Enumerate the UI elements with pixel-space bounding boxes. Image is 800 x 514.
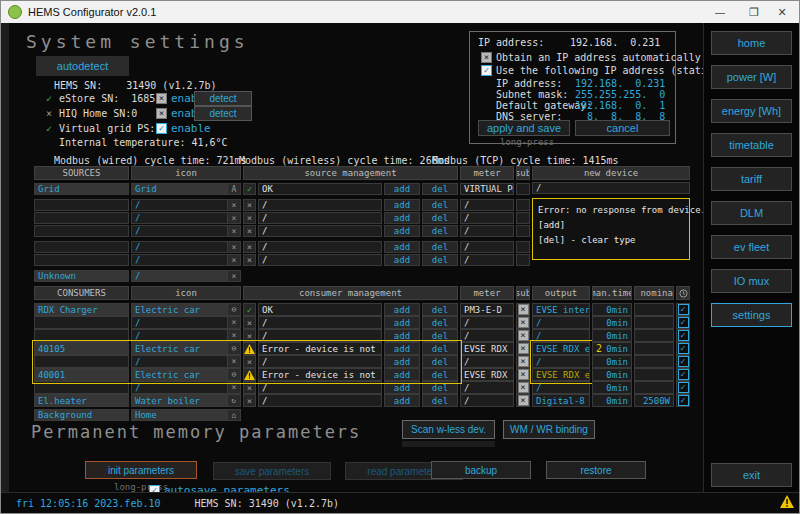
source-icon-field[interactable]: /× [131,270,241,282]
output-field[interactable]: Digital-8 [532,394,590,407]
add-button[interactable]: add [384,342,420,355]
add-button[interactable]: add [384,225,420,237]
init-parameters-button[interactable]: init parameters [85,461,197,479]
add-button[interactable]: add [384,394,420,407]
source-management-field[interactable]: OK [258,183,382,195]
consumer-name-field[interactable] [34,355,129,368]
source-name-field[interactable]: Unknown [34,270,129,282]
add-button[interactable]: add [384,183,420,195]
sidebar-item-tariff[interactable]: tariff [711,167,792,191]
pylon-icon[interactable]: A [227,184,240,194]
consumer-icon-field[interactable]: Home⌂ [131,409,241,421]
del-button[interactable]: del [422,316,458,329]
consumer-name-field[interactable]: RDX Charger [34,303,129,316]
p-nominal-field[interactable]: 2500W [634,394,674,407]
home-icon[interactable]: ⌂ [227,410,240,420]
del-button[interactable]: del [422,212,458,224]
sub-checkbox[interactable] [516,254,530,266]
minimize-button[interactable]: — [703,1,737,23]
sidebar-item-ev-fleet[interactable]: ev fleet [711,235,792,259]
add-button[interactable]: add [384,241,420,253]
x-icon[interactable]: × [227,200,240,210]
meter-field[interactable]: / [460,394,514,407]
consumer-management-field[interactable]: / [258,381,382,394]
x-icon[interactable]: × [227,317,240,328]
del-button[interactable]: del [422,183,458,195]
sub-checkbox[interactable] [516,199,530,211]
p-nominal-field[interactable] [634,381,674,394]
meter-field[interactable]: / [460,199,514,211]
man-time-field[interactable]: 0min [592,329,632,342]
enabled-checkbox[interactable]: ✓ [676,394,690,407]
x-icon[interactable]: × [227,213,240,223]
output-field[interactable]: EVSE inter. [532,303,590,316]
output-field[interactable]: / [532,316,590,329]
virtual-grid-enable-checkbox[interactable]: ✓ [156,123,167,134]
meter-field[interactable]: PM3-E-D [460,303,514,316]
del-button[interactable]: del [422,381,458,394]
estore-detect-button[interactable]: detect [194,91,252,106]
sidebar-item-energy[interactable]: energy [Wh] [711,99,792,123]
sub-checkbox[interactable]: × [516,394,530,407]
source-name-field[interactable] [34,254,129,266]
ev-icon[interactable]: ⊖ [227,369,240,380]
p-nominal-field[interactable] [634,329,674,342]
consumer-management-field[interactable]: / [258,355,382,368]
source-icon-field[interactable]: /× [131,241,241,253]
add-button[interactable]: add [384,254,420,266]
sub-checkbox[interactable] [516,241,530,253]
man-time-field[interactable]: 0min [592,355,632,368]
meter-field[interactable]: EVSE RDX ex [460,368,514,381]
close-button[interactable]: ✕ [765,1,799,23]
output-field[interactable]: / [532,381,590,394]
estore-enable-checkbox[interactable]: × [156,93,167,104]
output-field[interactable]: / [532,329,590,342]
consumer-icon-field[interactable]: Electric car⊖ [131,368,241,381]
enabled-checkbox[interactable]: ✓ [676,303,690,316]
save-parameters-button[interactable]: save parameters [213,462,331,480]
x-icon[interactable]: × [227,242,240,252]
add-button[interactable]: add [384,329,420,342]
source-icon-field[interactable]: /× [131,199,241,211]
consumer-management-field[interactable]: Error - device is not responding [258,342,382,355]
hiq-enable-checkbox[interactable]: × [156,108,167,119]
del-button[interactable]: del [422,329,458,342]
ip-address-value[interactable]: 192.168. 0.231 [575,78,665,89]
add-button[interactable]: add [384,368,420,381]
del-button[interactable]: del [422,355,458,368]
default-gateway-value[interactable]: 192.168. 0. 1 [575,100,665,111]
consumer-management-field[interactable]: OK [258,303,382,316]
meter-field[interactable]: / [460,316,514,329]
p-nominal-field[interactable] [634,355,674,368]
x-icon[interactable]: × [227,356,240,367]
add-button[interactable]: add [384,316,420,329]
autodetect-button[interactable]: autodetect [36,56,129,76]
consumer-management-field[interactable]: / [258,329,382,342]
source-management-field[interactable]: / [258,225,382,237]
meter-field[interactable]: / [460,241,514,253]
meter-field[interactable]: / [460,225,514,237]
del-button[interactable]: del [422,368,458,381]
add-button[interactable]: add [384,303,420,316]
p-nominal-field[interactable] [634,368,674,381]
enabled-checkbox[interactable]: ✓ [676,342,690,355]
del-button[interactable]: del [422,241,458,253]
output-field[interactable]: / [532,355,590,368]
consumer-name-field[interactable]: 40001 [34,368,129,381]
ev-icon[interactable]: ⊖ [227,343,240,354]
sidebar-item-dlm[interactable]: DLM [711,201,792,225]
boiler-icon[interactable]: ↻ [227,395,240,406]
ev-icon[interactable]: ⊖ [227,304,240,315]
consumer-icon-field[interactable]: Water boiler↻ [131,394,241,407]
source-name-field[interactable] [34,212,129,224]
consumer-management-field[interactable]: Error - device is not responding [258,368,382,381]
man-time-field[interactable]: 0min [592,394,632,407]
source-management-field[interactable]: / [258,199,382,211]
x-icon[interactable]: × [227,255,240,265]
output-field[interactable]: EVSE RDX ex [532,368,590,381]
add-button[interactable]: add [384,355,420,368]
x-icon[interactable]: × [227,271,240,281]
apply-and-save-button[interactable]: apply and save [478,120,570,136]
add-button[interactable]: add [384,212,420,224]
x-icon[interactable]: × [227,330,240,341]
